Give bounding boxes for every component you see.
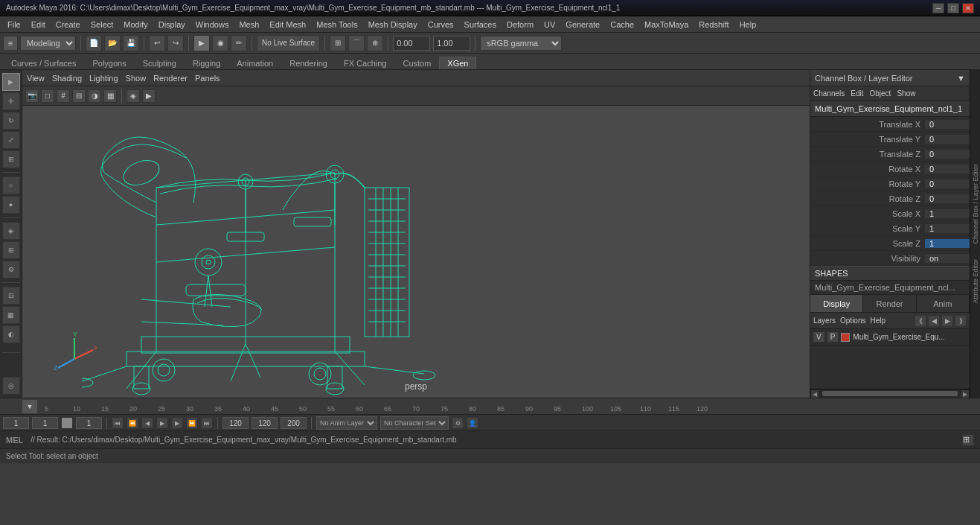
viewport-menu-renderer[interactable]: Renderer: [153, 74, 188, 83]
tab-anim[interactable]: Anim: [917, 295, 970, 312]
move-tool-btn[interactable]: ✛: [2, 92, 20, 110]
snap-grid-button[interactable]: ⊞: [330, 35, 346, 51]
minimize-button[interactable]: ─: [932, 3, 944, 13]
layer-arrow-left[interactable]: ◀: [928, 315, 940, 327]
layer-arrow-left-left[interactable]: ⟪: [915, 315, 926, 327]
viewport-menu-show[interactable]: Show: [126, 74, 147, 83]
layer-arrow-right-right[interactable]: ⟫: [955, 315, 967, 327]
frame-color-btn[interactable]: [61, 417, 73, 429]
viewport-menu-view[interactable]: View: [27, 74, 45, 83]
layer-color-swatch[interactable]: [841, 333, 850, 342]
menu-redshift[interactable]: Redshift: [694, 19, 733, 31]
lasso-button[interactable]: ◉: [212, 35, 228, 51]
channel-value-rz[interactable]: 0: [925, 194, 970, 203]
lasso-tool-btn[interactable]: ○: [2, 176, 20, 194]
combined-tool-btn[interactable]: ⊞: [2, 150, 20, 168]
render-view-btn[interactable]: ◐: [2, 325, 20, 343]
paint-sel-btn[interactable]: ●: [2, 196, 20, 214]
mode-dropdown[interactable]: Modeling: [20, 36, 76, 51]
char-prefs-btn[interactable]: 👤: [467, 417, 478, 429]
menu-create[interactable]: Create: [51, 19, 85, 31]
go-start-btn[interactable]: ⏮: [112, 417, 124, 429]
menu-generate[interactable]: Generate: [561, 19, 604, 31]
channel-value-ty[interactable]: 0: [925, 135, 970, 144]
editor-btn[interactable]: ▦: [2, 306, 20, 324]
redo-button[interactable]: ↪: [167, 35, 184, 51]
scale-tool-btn[interactable]: ⤢: [2, 131, 20, 149]
tab-animation[interactable]: Animation: [228, 57, 281, 69]
tab-rendering[interactable]: Rendering: [281, 57, 336, 69]
tab-custom[interactable]: Custom: [394, 57, 439, 69]
menu-mesh-tools[interactable]: Mesh Tools: [312, 19, 362, 31]
channel-value-rx[interactable]: 0: [925, 165, 970, 174]
translate-x-input[interactable]: [393, 36, 430, 51]
menu-display[interactable]: Display: [154, 19, 190, 31]
play-btn[interactable]: ▶: [156, 417, 168, 429]
next-key-btn[interactable]: ⏩: [186, 417, 198, 429]
output-window-btn[interactable]: ⊞: [962, 434, 974, 446]
ch-menu-show[interactable]: Show: [897, 89, 915, 98]
channel-box-collapse[interactable]: ▼: [957, 74, 965, 83]
select-tool-btn[interactable]: ▶: [2, 73, 20, 91]
layer-menu-options[interactable]: Options: [840, 316, 865, 325]
viewport-menu-lighting[interactable]: Lighting: [89, 74, 118, 83]
snap-curve-button[interactable]: ⌒: [348, 35, 365, 51]
translate-y-input[interactable]: [433, 36, 470, 51]
channel-value-vis[interactable]: on: [925, 254, 970, 263]
end-frame-input[interactable]: [252, 417, 278, 429]
tab-display[interactable]: Display: [810, 295, 863, 312]
layer-menu-help[interactable]: Help: [870, 316, 885, 325]
close-button[interactable]: ✕: [962, 3, 974, 13]
menu-maxtomaya[interactable]: MaxToMaya: [640, 19, 693, 31]
new-file-button[interactable]: 📄: [86, 35, 102, 51]
vp-iso-btn[interactable]: ◈: [126, 89, 140, 103]
camera-btn[interactable]: ◎: [2, 377, 20, 395]
select-button[interactable]: ▶: [193, 35, 210, 51]
vp-grid-btn[interactable]: #: [57, 89, 70, 103]
prev-key-btn[interactable]: ⏪: [126, 417, 138, 429]
vp-wire-btn[interactable]: ⊟: [72, 89, 86, 103]
menu-select[interactable]: Select: [86, 19, 118, 31]
channel-value-tx[interactable]: 0: [925, 120, 970, 129]
menu-curves[interactable]: Curves: [423, 19, 458, 31]
char-set-dropdown[interactable]: No Character Set: [380, 416, 449, 430]
next-frame-btn[interactable]: ▶: [171, 417, 183, 429]
anim-layer-dropdown[interactable]: No Anim Layer: [316, 416, 377, 430]
menu-help[interactable]: Help: [735, 19, 761, 31]
tab-render[interactable]: Render: [863, 295, 916, 312]
channel-value-tz[interactable]: 0: [925, 150, 970, 159]
hscroll-thumb[interactable]: [822, 391, 958, 396]
playback-speed-input[interactable]: [281, 417, 307, 429]
vp-cam-btn[interactable]: 📷: [25, 89, 39, 103]
layer-visibility-toggle[interactable]: V: [813, 332, 824, 342]
prev-frame-btn[interactable]: ◀: [141, 417, 153, 429]
range-end-input[interactable]: [222, 417, 249, 429]
start-frame-input[interactable]: [32, 417, 58, 429]
tab-xgen[interactable]: XGen: [439, 57, 476, 69]
snap-grid-btn[interactable]: ⊞: [2, 241, 20, 259]
toolbar-menu-icon[interactable]: ≡: [3, 36, 18, 51]
viewport-menu-shading[interactable]: Shading: [52, 74, 82, 83]
layer-playback-toggle[interactable]: P: [827, 332, 839, 342]
ch-menu-channels[interactable]: Channels: [813, 89, 845, 98]
menu-cache[interactable]: Cache: [606, 19, 638, 31]
ch-menu-edit[interactable]: Edit: [851, 89, 863, 98]
menu-windows[interactable]: Windows: [191, 19, 234, 31]
menu-uv[interactable]: UV: [539, 19, 560, 31]
menu-surfaces[interactable]: Surfaces: [460, 19, 501, 31]
menu-edit-mesh[interactable]: Edit Mesh: [265, 19, 310, 31]
timeline-ruler[interactable]: ▼ 5 10 15 20 25 30 35 40 45 50 55 60 65 …: [0, 398, 980, 415]
rotate-tool-btn[interactable]: ↻: [2, 112, 20, 130]
hscroll-right-btn[interactable]: ▶: [961, 389, 970, 398]
tab-sculpting[interactable]: Sculpting: [135, 57, 185, 69]
vp-texture-btn[interactable]: ▦: [103, 89, 117, 103]
undo-button[interactable]: ↩: [149, 35, 165, 51]
open-file-button[interactable]: 📂: [104, 35, 121, 51]
menu-mesh[interactable]: Mesh: [234, 19, 263, 31]
menu-file[interactable]: File: [3, 19, 25, 31]
channel-value-ry[interactable]: 0: [925, 179, 970, 188]
tab-rigging[interactable]: Rigging: [185, 57, 228, 69]
save-file-button[interactable]: 💾: [123, 35, 139, 51]
no-live-surface-button[interactable]: No Live Surface: [257, 35, 320, 51]
channel-value-sx[interactable]: 1: [925, 209, 970, 218]
